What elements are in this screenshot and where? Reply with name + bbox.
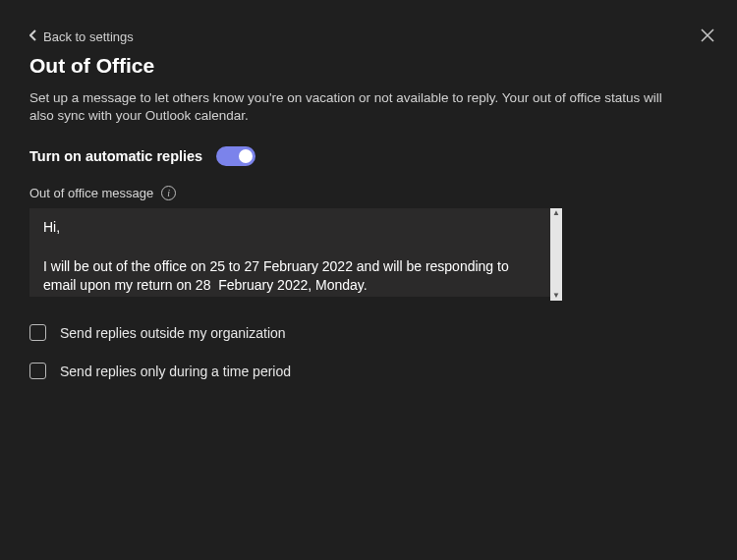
page-description: Set up a message to let others know you'… [29,89,668,125]
back-link-label: Back to settings [43,29,134,44]
message-box-wrap: ▲ ▼ [29,208,550,301]
automatic-replies-toggle-row: Turn on automatic replies [29,146,708,166]
time-period-row: Send replies only during a time period [29,363,708,379]
automatic-replies-label: Turn on automatic replies [29,148,202,164]
scrollbar[interactable]: ▲ ▼ [550,208,562,301]
message-label-row: Out of office message i [29,186,708,200]
close-button[interactable] [700,28,719,47]
page-title: Out of Office [29,54,708,78]
close-icon [700,29,715,46]
scroll-up-icon[interactable]: ▲ [552,208,560,218]
message-field-label: Out of office message [29,186,153,200]
outside-org-row: Send replies outside my organization [29,324,708,341]
out-of-office-message-input[interactable] [29,208,550,297]
back-to-settings-link[interactable]: Back to settings [29,29,134,44]
time-period-checkbox[interactable] [29,363,46,379]
outside-org-label: Send replies outside my organization [60,325,286,341]
info-icon[interactable]: i [161,186,176,200]
outside-org-checkbox[interactable] [29,324,46,341]
automatic-replies-toggle[interactable] [216,146,255,166]
chevron-left-icon [29,29,37,44]
scroll-down-icon[interactable]: ▼ [552,291,560,301]
time-period-label: Send replies only during a time period [60,364,291,379]
